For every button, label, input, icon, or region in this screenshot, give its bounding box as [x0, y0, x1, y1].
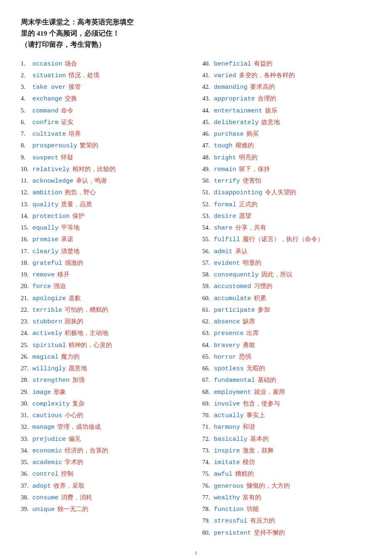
item-num: 10. — [21, 164, 32, 174]
item-zh: 消费，消耗 — [61, 492, 92, 503]
item-num: 24. — [21, 328, 32, 338]
item-en: spiritual — [32, 340, 66, 351]
item-num: 36. — [21, 468, 32, 479]
item-zh: 合理的 — [258, 93, 276, 104]
item-num: 51. — [202, 187, 214, 198]
item-zh: 固执的 — [65, 316, 83, 327]
item-num: 56. — [202, 246, 214, 257]
item-num: 35. — [21, 457, 32, 467]
item-zh: 参加 — [258, 304, 270, 315]
item-zh: 有益的 — [254, 58, 273, 69]
list-item: 51.disappointing令人失望的 — [202, 187, 372, 198]
item-zh: 故意地 — [261, 117, 280, 127]
item-zh: 小心的 — [65, 410, 83, 421]
item-num: 27. — [21, 363, 32, 374]
list-item: 6.confirm证实 — [21, 117, 190, 128]
item-zh: 抱负，野心 — [65, 187, 96, 198]
item-en: fundamental — [214, 375, 255, 386]
item-num: 38. — [21, 492, 32, 503]
item-num: 32. — [21, 421, 32, 432]
item-en: apologize — [32, 293, 66, 304]
item-en: accustomed — [214, 281, 251, 292]
item-en: tough — [214, 141, 233, 152]
item-zh: 怀疑 — [61, 152, 73, 163]
item-en: harmony — [214, 422, 240, 433]
item-en: evident — [214, 258, 240, 269]
list-item: 38.consume消费，消耗 — [21, 492, 190, 504]
list-item: 71.harmony和谐 — [202, 421, 372, 433]
item-zh: 勇敢 — [243, 340, 255, 350]
item-num: 25. — [21, 340, 32, 350]
item-zh: 接管 — [68, 81, 81, 92]
item-en: manage — [32, 422, 55, 433]
list-item: 48.bright明亮的 — [202, 152, 372, 164]
list-item: 28.strengthen加强 — [21, 374, 190, 386]
item-num: 76. — [202, 480, 214, 491]
item-en: equally — [32, 223, 58, 234]
item-en: entertainment — [214, 106, 263, 117]
item-num: 52. — [202, 199, 214, 210]
item-num: 41. — [202, 70, 214, 81]
item-zh: 经济的，合算的 — [65, 445, 108, 456]
item-num: 57. — [202, 257, 214, 268]
item-num: 73. — [202, 445, 214, 456]
list-item: 63.presence出席 — [202, 328, 372, 339]
item-zh: 恐惧 — [239, 351, 251, 362]
item-zh: 管理，成功做成 — [57, 421, 101, 432]
item-num: 19. — [21, 269, 32, 280]
list-item: 65.horror恐惧 — [202, 351, 372, 363]
item-en: persistent — [214, 528, 251, 539]
item-num: 37. — [21, 480, 32, 491]
item-en: actually — [214, 411, 244, 421]
item-num: 33. — [21, 433, 32, 444]
item-zh: 令人失望的 — [265, 187, 296, 198]
item-num: 61. — [202, 304, 214, 315]
item-zh: 独一无二的 — [57, 504, 88, 514]
item-en: inspire — [214, 446, 240, 457]
item-zh: 愿意地 — [68, 363, 87, 374]
item-en: appropriate — [214, 94, 255, 105]
list-item: 70.actually事实上 — [202, 410, 372, 421]
item-en: employment — [214, 387, 251, 398]
list-item: 50.terrify使害怕 — [202, 175, 372, 187]
list-item: 69.involve包含，使参与 — [202, 398, 372, 410]
item-zh: 相对的，比较的 — [72, 164, 116, 174]
item-en: academic — [32, 457, 62, 468]
list-item: 39.unique独一无二的 — [21, 504, 190, 515]
list-item: 7.cultivate培养 — [21, 128, 190, 140]
list-item: 67.fundamental基础的 — [202, 374, 372, 386]
item-en: image — [32, 387, 51, 398]
item-en: complexity — [32, 399, 70, 410]
item-num: 67. — [202, 374, 214, 385]
item-en: protection — [32, 211, 70, 222]
item-zh: 和谐 — [243, 421, 255, 432]
item-num: 3. — [21, 81, 32, 92]
item-zh: 情况，处境 — [68, 70, 100, 81]
item-zh: 培养 — [68, 128, 81, 139]
item-en: function — [214, 504, 244, 515]
item-en: formal — [214, 200, 236, 210]
item-num: 22. — [21, 304, 32, 315]
item-en: cautious — [32, 411, 62, 421]
item-num: 23. — [21, 316, 32, 327]
title-block: 周末学生课堂之：高考英语完形填空 里的 419 个高频词，必须记住！ （请打印留… — [21, 17, 371, 51]
item-num: 72. — [202, 433, 214, 444]
item-en: willingly — [32, 364, 66, 374]
item-num: 68. — [202, 386, 214, 397]
item-zh: 正式的 — [239, 199, 258, 210]
list-item: 42.demanding要求高的 — [202, 81, 372, 93]
item-zh: 命令 — [61, 105, 73, 116]
list-item: 54.share分享，共有 — [202, 222, 372, 234]
list-item: 49.remain留下，保持 — [202, 164, 372, 175]
item-num: 26. — [21, 351, 32, 362]
item-en: prosperously — [32, 141, 77, 152]
item-en: varied — [214, 71, 236, 81]
item-num: 30. — [21, 398, 32, 409]
item-num: 62. — [202, 316, 214, 327]
item-zh: 积极地，主动地 — [65, 328, 108, 338]
item-en: promise — [32, 235, 58, 245]
item-num: 14. — [21, 210, 32, 221]
item-num: 34. — [21, 445, 32, 456]
item-num: 70. — [202, 410, 214, 421]
list-item: 8.prosperously繁荣的 — [21, 140, 190, 152]
